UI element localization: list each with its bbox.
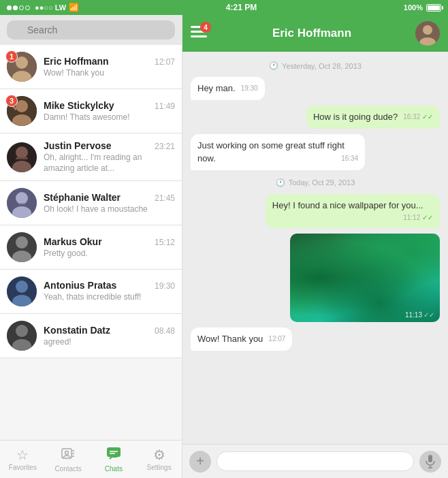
avatar-wrapper [7,321,37,351]
tab-chats-label: Chats [105,465,123,473]
chat-header: 4 Eric Hoffmann [182,15,448,52]
message-time: 12:07 [268,334,285,344]
list-item[interactable]: Markus Okur 15:12 Pretty good. [0,225,182,270]
list-item[interactable]: Justin Pervose 23:21 Oh, alright... I'm … [0,133,182,181]
status-bar: ●●○○ LW 📶 4:21 PM 100% [0,0,448,15]
status-battery: 100% [404,3,441,12]
svg-rect-34 [191,35,207,37]
signal-dot-3 [19,5,24,10]
date-separator: 🕐 Yesterday, Oct 28, 2013 [191,61,440,70]
chat-info: Eric Hoffmann 12:07 Wow! Thank you [44,56,175,78]
svg-point-19 [16,281,28,293]
message-bubble: Hey man. 19:30 [191,77,265,100]
chat-preview: Damn! Thats awesome! [44,112,175,122]
settings-icon: ⚙ [153,448,165,462]
chat-preview: Yeah, thats incredible stuff! [44,292,175,303]
chat-name: Antonius Pratas [44,280,116,291]
add-button[interactable]: + [189,451,211,473]
image-bubble[interactable]: 11:13 ✓✓ [290,234,440,322]
avatar [7,188,37,218]
avatar [7,232,37,262]
status-time: 4:21 PM [226,3,257,12]
message-time: 16:34 [341,154,358,163]
avatar-wrapper [7,188,37,218]
list-item[interactable]: Konstatin Datz 08.48 agreed! [0,314,182,358]
wallpaper-image [290,234,440,322]
avatar [7,276,37,306]
chat-preview: Wow! Thank you [44,68,175,78]
chat-time: 15:12 [155,238,175,247]
svg-rect-38 [428,455,432,462]
chat-name: Konstatin Datz [44,325,110,336]
tab-chats[interactable]: Chats [91,441,137,478]
mic-button[interactable] [419,451,441,473]
message-text: Hey! I found a nice wallpaper for you... [272,200,423,210]
chat-info: Stéphanie Walter 21:45 Oh look! I have a… [44,192,175,214]
svg-point-22 [16,325,28,337]
menu-button[interactable]: 4 [191,25,208,42]
chat-name: Eric Hoffmann [44,56,109,67]
avatar-wrapper: 3 [7,96,37,126]
wifi-icon: 📶 [69,3,79,12]
chat-info: Markus Okur 15:12 Pretty good. [44,236,175,258]
chat-preview: Oh, alright... I'm reading an amazing ar… [44,153,175,174]
chat-info: Justin Pervose 23:21 Oh, alright... I'm … [44,140,175,174]
svg-rect-10 [16,157,28,159]
message-row: Hey! I found a nice wallpaper for you...… [191,194,440,228]
header-avatar[interactable] [415,21,440,46]
list-item[interactable]: 3 Mike Stickylcky 11:49 Damn! Thats awes… [0,89,182,133]
tab-settings[interactable]: ⚙ Settings [136,441,182,478]
contacts-icon [61,446,76,463]
svg-point-8 [16,146,28,159]
signal-dot-4 [25,5,30,10]
left-panel: 🔍 1 [0,15,182,478]
battery-label: 100% [404,3,423,12]
avatar-wrapper [7,276,37,306]
list-item[interactable]: Antonius Pratas 19:30 Yeah, thats incred… [0,270,182,314]
chat-time: 19:30 [155,281,175,291]
header-badge: 4 [200,22,211,33]
avatar-wrapper [7,142,37,172]
chats-icon [106,446,121,463]
message-row: Hey man. 19:30 [191,77,440,100]
message-input[interactable] [217,451,414,471]
battery-icon [426,4,441,12]
svg-rect-29 [107,447,121,457]
message-row: 11:13 ✓✓ [191,234,440,322]
message-time: 19:30 [241,84,258,93]
chat-time: 11:49 [155,101,175,111]
list-item[interactable]: 1 Eric Hoffmann 12:07 Wow! Thank you [0,45,182,89]
message-time: 16:32 ✓✓ [403,112,433,122]
image-time: 11:13 [405,311,422,319]
chat-time: 21:45 [155,193,175,203]
message-input-bar: + [182,444,448,478]
message-bubble: Wow! Thank you 12:07 [191,328,292,351]
list-item[interactable]: Stéphanie Walter 21:45 Oh look! I have a… [0,181,182,225]
tab-favorites[interactable]: ☆ Favorites [0,441,46,478]
svg-point-12 [16,192,28,204]
chat-preview: Oh look! I have a moustache [44,204,175,214]
messages-area: 🕐 Yesterday, Oct 28, 2013 Hey man. 19:30… [182,52,448,444]
tab-contacts[interactable]: Contacts [46,441,91,478]
message-text: Hey man. [197,83,236,93]
chat-list: 1 Eric Hoffmann 12:07 Wow! Thank you [0,45,182,440]
carrier-label: ●●○○ LW [35,3,66,12]
svg-point-16 [16,236,28,249]
chat-preview: agreed! [44,337,175,347]
search-input[interactable] [7,20,175,39]
message-text: Wow! Thank you [197,334,263,344]
message-row: How is it going dude? 16:32 ✓✓ [191,106,440,129]
badge: 3 [5,95,18,107]
chat-name: Stéphanie Walter [44,192,121,203]
svg-point-36 [423,25,432,35]
avatar [7,321,37,351]
chat-info: Konstatin Datz 08.48 agreed! [44,325,175,347]
right-panel: 4 Eric Hoffmann 🕐 Yesterday, Oct 28, 201… [182,15,448,478]
date-label: Yesterday, Oct 28, 2013 [282,62,362,70]
app-body: 🔍 1 [0,15,448,478]
chat-name: Justin Pervose [44,140,112,151]
avatar-wrapper: 1 [7,52,37,82]
search-wrapper: 🔍 [7,20,175,39]
chat-time: 08.48 [155,326,175,336]
message-text: Just working on some great stuff right n… [197,140,345,163]
